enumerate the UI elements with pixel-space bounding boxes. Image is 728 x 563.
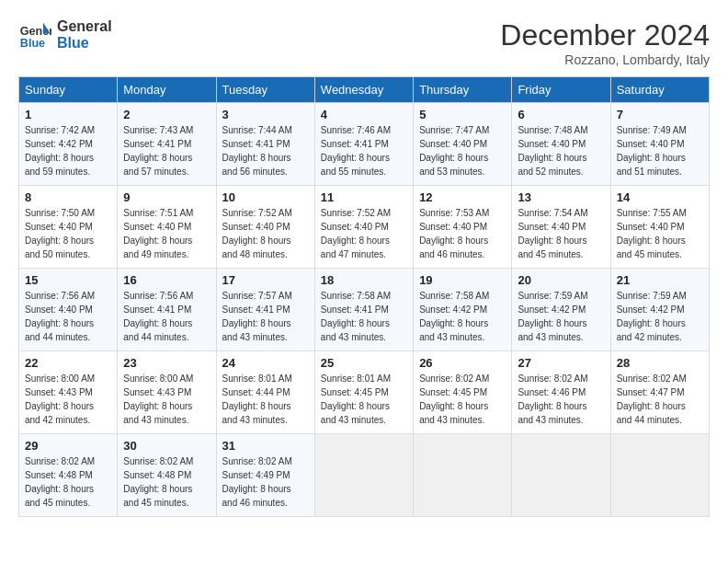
month-title: December 2024 (500, 18, 710, 52)
day-number: 19 (419, 273, 506, 287)
day-number: 23 (123, 356, 210, 370)
calendar-cell: 22Sunrise: 8:00 AMSunset: 4:43 PMDayligh… (19, 351, 118, 434)
day-number: 10 (222, 190, 309, 204)
weekday-header-saturday: Saturday (610, 77, 709, 103)
day-number: 28 (617, 356, 703, 370)
weekday-header-sunday: Sunday (19, 77, 118, 103)
calendar-cell: 7Sunrise: 7:49 AMSunset: 4:40 PMDaylight… (610, 103, 709, 186)
calendar-cell: 2Sunrise: 7:43 AMSunset: 4:41 PMDaylight… (118, 103, 216, 186)
calendar-cell (512, 434, 610, 517)
weekday-header-monday: Monday (118, 77, 216, 103)
calendar-cell: 8Sunrise: 7:50 AMSunset: 4:40 PMDaylight… (19, 186, 118, 269)
day-number: 22 (25, 356, 111, 370)
day-info: Sunrise: 7:55 AMSunset: 4:40 PMDaylight:… (617, 206, 703, 261)
calendar-table: SundayMondayTuesdayWednesdayThursdayFrid… (18, 76, 710, 517)
calendar-cell: 4Sunrise: 7:46 AMSunset: 4:41 PMDaylight… (314, 103, 413, 186)
page-header: General Blue General Blue December 2024 … (18, 18, 710, 67)
weekday-header-friday: Friday (512, 77, 610, 103)
day-number: 15 (25, 273, 111, 287)
day-number: 8 (25, 190, 111, 204)
calendar-cell: 17Sunrise: 7:57 AMSunset: 4:41 PMDayligh… (216, 269, 314, 351)
day-number: 11 (321, 190, 407, 204)
day-info: Sunrise: 7:53 AMSunset: 4:40 PMDaylight:… (419, 206, 506, 261)
day-number: 24 (222, 356, 309, 370)
day-info: Sunrise: 8:00 AMSunset: 4:43 PMDaylight:… (25, 372, 111, 427)
calendar-cell: 13Sunrise: 7:54 AMSunset: 4:40 PMDayligh… (512, 186, 610, 269)
day-number: 18 (321, 273, 407, 287)
day-info: Sunrise: 8:00 AMSunset: 4:43 PMDaylight:… (123, 372, 210, 427)
calendar-cell: 14Sunrise: 7:55 AMSunset: 4:40 PMDayligh… (610, 186, 709, 269)
day-info: Sunrise: 8:02 AMSunset: 4:45 PMDaylight:… (419, 372, 506, 427)
weekday-header-wednesday: Wednesday (314, 77, 413, 103)
calendar-cell: 20Sunrise: 7:59 AMSunset: 4:42 PMDayligh… (512, 269, 610, 351)
calendar-cell: 3Sunrise: 7:44 AMSunset: 4:41 PMDaylight… (216, 103, 314, 186)
day-info: Sunrise: 8:02 AMSunset: 4:48 PMDaylight:… (25, 454, 111, 510)
calendar-cell: 21Sunrise: 7:59 AMSunset: 4:42 PMDayligh… (610, 269, 709, 351)
day-info: Sunrise: 7:49 AMSunset: 4:40 PMDaylight:… (617, 123, 703, 178)
day-info: Sunrise: 7:58 AMSunset: 4:42 PMDaylight:… (419, 289, 506, 344)
day-number: 9 (123, 190, 210, 204)
day-number: 26 (419, 356, 506, 370)
day-info: Sunrise: 7:54 AMSunset: 4:40 PMDaylight:… (518, 206, 604, 261)
day-info: Sunrise: 8:02 AMSunset: 4:49 PMDaylight:… (222, 454, 309, 510)
calendar-cell: 30Sunrise: 8:02 AMSunset: 4:48 PMDayligh… (118, 434, 216, 517)
day-number: 30 (123, 439, 210, 453)
day-info: Sunrise: 7:43 AMSunset: 4:41 PMDaylight:… (123, 123, 210, 178)
calendar-cell: 19Sunrise: 7:58 AMSunset: 4:42 PMDayligh… (414, 269, 512, 351)
title-block: December 2024 Rozzano, Lombardy, Italy (500, 18, 710, 67)
calendar-cell (610, 434, 709, 517)
day-info: Sunrise: 7:56 AMSunset: 4:40 PMDaylight:… (25, 289, 111, 344)
day-info: Sunrise: 7:46 AMSunset: 4:41 PMDaylight:… (321, 123, 407, 178)
calendar-week-4: 22Sunrise: 8:00 AMSunset: 4:43 PMDayligh… (19, 351, 710, 434)
calendar-week-3: 15Sunrise: 7:56 AMSunset: 4:40 PMDayligh… (19, 269, 710, 351)
day-number: 13 (518, 190, 604, 204)
day-info: Sunrise: 7:59 AMSunset: 4:42 PMDaylight:… (617, 289, 703, 344)
day-number: 5 (419, 108, 506, 121)
calendar-cell: 27Sunrise: 8:02 AMSunset: 4:46 PMDayligh… (512, 351, 610, 434)
day-number: 17 (222, 273, 309, 287)
location-subtitle: Rozzano, Lombardy, Italy (500, 52, 710, 67)
day-info: Sunrise: 7:50 AMSunset: 4:40 PMDaylight:… (25, 206, 111, 261)
day-number: 16 (123, 273, 210, 287)
day-info: Sunrise: 8:01 AMSunset: 4:44 PMDaylight:… (222, 372, 309, 427)
day-number: 4 (321, 108, 407, 121)
calendar-cell: 18Sunrise: 7:58 AMSunset: 4:41 PMDayligh… (314, 269, 413, 351)
calendar-cell (414, 434, 512, 517)
day-info: Sunrise: 7:58 AMSunset: 4:41 PMDaylight:… (321, 289, 407, 344)
day-number: 2 (123, 108, 210, 121)
day-number: 29 (25, 439, 111, 453)
day-info: Sunrise: 7:59 AMSunset: 4:42 PMDaylight:… (518, 289, 604, 344)
calendar-cell: 6Sunrise: 7:48 AMSunset: 4:40 PMDaylight… (512, 103, 610, 186)
calendar-cell: 12Sunrise: 7:53 AMSunset: 4:40 PMDayligh… (414, 186, 512, 269)
calendar-cell (314, 434, 413, 517)
day-info: Sunrise: 7:56 AMSunset: 4:41 PMDaylight:… (123, 289, 210, 344)
day-info: Sunrise: 7:47 AMSunset: 4:40 PMDaylight:… (419, 123, 506, 178)
day-number: 31 (222, 439, 309, 453)
day-info: Sunrise: 8:02 AMSunset: 4:48 PMDaylight:… (123, 454, 210, 510)
day-number: 7 (617, 108, 703, 121)
calendar-cell: 5Sunrise: 7:47 AMSunset: 4:40 PMDaylight… (414, 103, 512, 186)
calendar-week-5: 29Sunrise: 8:02 AMSunset: 4:48 PMDayligh… (19, 434, 710, 517)
day-number: 12 (419, 190, 506, 204)
logo-icon: General Blue (18, 18, 51, 52)
calendar-cell: 1Sunrise: 7:42 AMSunset: 4:42 PMDaylight… (19, 103, 118, 186)
calendar-cell: 15Sunrise: 7:56 AMSunset: 4:40 PMDayligh… (19, 269, 118, 351)
day-info: Sunrise: 8:01 AMSunset: 4:45 PMDaylight:… (321, 372, 407, 427)
day-info: Sunrise: 7:42 AMSunset: 4:42 PMDaylight:… (25, 123, 111, 178)
calendar-cell: 29Sunrise: 8:02 AMSunset: 4:48 PMDayligh… (19, 434, 118, 517)
day-number: 1 (25, 108, 111, 121)
calendar-cell: 23Sunrise: 8:00 AMSunset: 4:43 PMDayligh… (118, 351, 216, 434)
day-info: Sunrise: 7:48 AMSunset: 4:40 PMDaylight:… (518, 123, 604, 178)
day-info: Sunrise: 8:02 AMSunset: 4:47 PMDaylight:… (617, 372, 703, 427)
calendar-cell: 16Sunrise: 7:56 AMSunset: 4:41 PMDayligh… (118, 269, 216, 351)
logo: General Blue General Blue (18, 18, 112, 52)
day-info: Sunrise: 7:52 AMSunset: 4:40 PMDaylight:… (321, 206, 407, 261)
day-info: Sunrise: 7:52 AMSunset: 4:40 PMDaylight:… (222, 206, 309, 261)
calendar-cell: 31Sunrise: 8:02 AMSunset: 4:49 PMDayligh… (216, 434, 314, 517)
calendar-week-1: 1Sunrise: 7:42 AMSunset: 4:42 PMDaylight… (19, 103, 710, 186)
calendar-cell: 11Sunrise: 7:52 AMSunset: 4:40 PMDayligh… (314, 186, 413, 269)
calendar-cell: 24Sunrise: 8:01 AMSunset: 4:44 PMDayligh… (216, 351, 314, 434)
day-number: 27 (518, 356, 604, 370)
day-info: Sunrise: 8:02 AMSunset: 4:46 PMDaylight:… (518, 372, 604, 427)
day-number: 25 (321, 356, 407, 370)
